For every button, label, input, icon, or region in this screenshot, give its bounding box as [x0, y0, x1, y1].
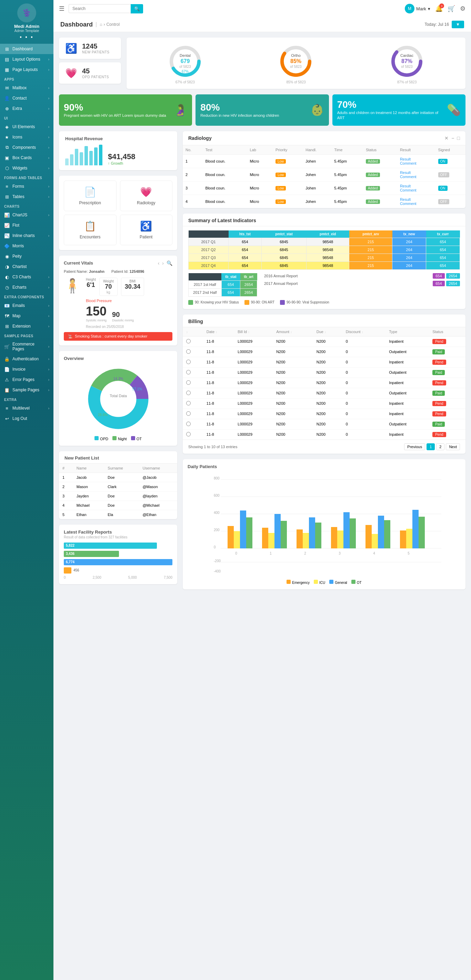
- sidebar-item-components[interactable]: ⧉ Components ›: [0, 142, 53, 153]
- next-button[interactable]: Next: [446, 443, 460, 450]
- sidebar-item-dashboard[interactable]: ⊞ Dashboard: [0, 44, 53, 54]
- billing-radio[interactable]: [186, 391, 191, 395]
- hamburger-button[interactable]: ☰: [59, 5, 64, 13]
- vitals-next-icon[interactable]: ›: [162, 261, 164, 266]
- home-icon[interactable]: ⌂: [100, 22, 102, 27]
- quick-prescription[interactable]: 📄 Prescription: [64, 180, 117, 211]
- vitals-prev-icon[interactable]: ‹: [158, 261, 160, 266]
- sidebar-arrow-mailbox: ›: [48, 86, 49, 90]
- sidebar-item-tables[interactable]: ⊞ Tables ›: [0, 191, 53, 202]
- user-menu[interactable]: M Mark ▾: [405, 4, 430, 13]
- signed-toggle[interactable]: OFF: [438, 199, 449, 204]
- b-radio[interactable]: [183, 398, 203, 409]
- sidebar-item-chartjs[interactable]: 📊 ChartJS ›: [0, 210, 53, 220]
- billing-radio[interactable]: [186, 380, 191, 385]
- date-label: Today: Jul 16: [425, 22, 449, 27]
- sidebar-item-icons[interactable]: ★ Icons ›: [0, 132, 53, 142]
- sidebar-item-mailbox[interactable]: ✉ Mailbox ›: [0, 83, 53, 93]
- billing-radio[interactable]: [186, 360, 191, 364]
- sidebar-item-forms[interactable]: ≡ Forms ›: [0, 181, 53, 191]
- sidebar-item-inline-charts[interactable]: 📉 Inline charts ›: [0, 231, 53, 241]
- signed-toggle[interactable]: ON: [438, 159, 447, 164]
- billing-radio[interactable]: [186, 401, 191, 406]
- rad-status: Added: [363, 181, 397, 195]
- rad-signed[interactable]: ON: [436, 181, 466, 195]
- sidebar-item-extension[interactable]: ⊞ Extension ›: [0, 321, 53, 331]
- b-billid: L000029: [234, 347, 273, 357]
- page-2-button[interactable]: 2: [436, 443, 444, 450]
- sidebar-label-tables: Tables: [13, 194, 46, 199]
- b-radio[interactable]: [183, 347, 203, 357]
- b-radio[interactable]: [183, 377, 203, 388]
- emails-icon: 📧: [4, 303, 10, 308]
- result-link[interactable]: ResultComment: [400, 184, 417, 192]
- b-radio[interactable]: [183, 357, 203, 367]
- sidebar-item-contact[interactable]: 👤 Contact ›: [0, 93, 53, 103]
- page-1-button[interactable]: 1: [426, 443, 435, 450]
- sidebar-item-layout-options[interactable]: ▤ Layout Options ›: [0, 54, 53, 64]
- sidebar-item-c3-charts[interactable]: ◐ C3 Charts ›: [0, 272, 53, 282]
- sidebar-item-emails[interactable]: 📧 Emails ›: [0, 301, 53, 311]
- b-amount: N200: [273, 367, 313, 377]
- sidebar-item-extra[interactable]: ⊕ Extra ›: [0, 103, 53, 114]
- sidebar-section-ui: UI: [0, 114, 53, 122]
- billing-radio[interactable]: [186, 432, 191, 436]
- rad-signed[interactable]: ON: [436, 154, 466, 168]
- result-link[interactable]: ResultComment: [400, 170, 417, 179]
- sum-val: 654: [228, 238, 262, 246]
- sidebar-item-flot[interactable]: 📈 Flot: [0, 220, 53, 231]
- rad-minimize-icon[interactable]: ✕: [444, 135, 449, 141]
- signed-toggle[interactable]: OFF: [438, 172, 449, 177]
- sidebar-item-box-cards[interactable]: ▣ Box Cards ›: [0, 153, 53, 163]
- signed-toggle[interactable]: ON: [438, 186, 447, 191]
- sidebar-item-peity[interactable]: ◉ Peity: [0, 251, 53, 261]
- sidebar-item-ecommerce[interactable]: 🛒 Ecommerce Pages ›: [0, 339, 53, 354]
- rad-minimize2-icon[interactable]: −: [451, 135, 454, 141]
- b-radio[interactable]: [183, 367, 203, 377]
- patient-surname: Doe: [104, 473, 139, 482]
- sidebar-item-echarts[interactable]: ◷ Echarts ›: [0, 282, 53, 293]
- billing-radio[interactable]: [186, 422, 191, 426]
- sidebar-item-chartist[interactable]: ◑ Chartist: [0, 261, 53, 272]
- billing-radio[interactable]: [186, 411, 191, 416]
- notifications[interactable]: 🔔 3: [435, 5, 443, 13]
- billing-radio[interactable]: [186, 370, 191, 374]
- billing-radio[interactable]: [186, 349, 191, 354]
- prev-button[interactable]: Previous: [404, 443, 425, 450]
- sidebar-item-log-out[interactable]: ↩ Log Out: [0, 414, 53, 424]
- sidebar-item-page-layouts[interactable]: ▦ Page Layouts ›: [0, 64, 53, 75]
- result-link[interactable]: ResultComment: [400, 157, 417, 165]
- b-radio[interactable]: [183, 419, 203, 429]
- search-input[interactable]: [69, 4, 131, 13]
- b-radio[interactable]: [183, 429, 203, 439]
- b-radio[interactable]: [183, 388, 203, 398]
- sidebar-item-morris[interactable]: 🔷 Morris: [0, 241, 53, 251]
- sidebar-item-sample-pages[interactable]: 📋 Sample Pages ›: [0, 385, 53, 395]
- sidebar-item-widgets[interactable]: ⬡ Widgets ›: [0, 163, 53, 173]
- sidebar-item-authentication[interactable]: 🔒 Authentication ›: [0, 354, 53, 364]
- result-link[interactable]: ResultComment: [400, 197, 417, 206]
- b-radio[interactable]: [183, 336, 203, 347]
- sidebar-item-multilevel[interactable]: ≡ Multilevel ›: [0, 403, 53, 414]
- messages[interactable]: 🛒: [447, 5, 455, 13]
- quick-radiology[interactable]: 💗 Radiology: [120, 180, 173, 211]
- sum-val: 654: [426, 261, 460, 269]
- settings-icon[interactable]: ⚙: [460, 5, 466, 13]
- rad-expand-icon[interactable]: □: [457, 135, 460, 141]
- search-button[interactable]: 🔍: [131, 4, 143, 13]
- b-radio[interactable]: [183, 409, 203, 419]
- sidebar-item-map[interactable]: 🗺 Map ›: [0, 311, 53, 321]
- sidebar-item-invoice[interactable]: 📄 Invoice ›: [0, 364, 53, 374]
- quick-encounters[interactable]: 📋 Encounters: [64, 215, 117, 245]
- vitals-search-icon[interactable]: 🔍: [166, 261, 172, 266]
- sidebar-arrow-tables: ›: [48, 195, 49, 199]
- sidebar-item-ui-elements[interactable]: ◈ UI Elements ›: [0, 122, 53, 132]
- rad-signed[interactable]: OFF: [436, 168, 466, 181]
- sidebar-item-error-pages[interactable]: ⚠ Error Pages ›: [0, 374, 53, 385]
- quick-patient[interactable]: ♿ Patient: [120, 215, 173, 245]
- billing-radio[interactable]: [186, 339, 191, 344]
- svg-text:400: 400: [214, 511, 220, 515]
- pregnant-percent: 90% Pregnant women with HIV on ART Lorem…: [64, 102, 166, 118]
- rad-signed[interactable]: OFF: [436, 195, 466, 208]
- date-badge[interactable]: ▼: [452, 21, 464, 28]
